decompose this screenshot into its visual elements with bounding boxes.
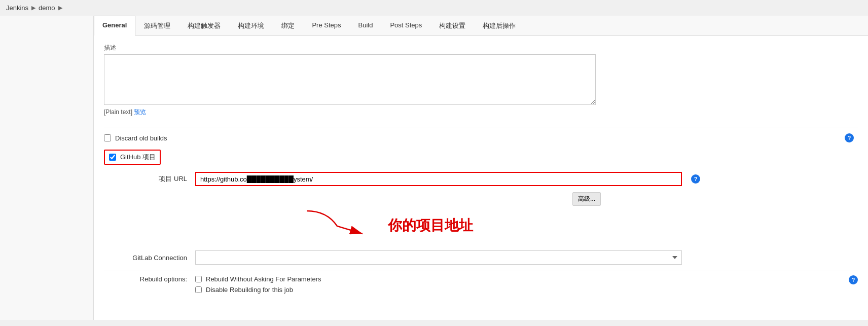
tab-pre-steps[interactable]: Pre Steps — [303, 16, 349, 35]
plain-text-preview: [Plain text] 预览 — [104, 108, 858, 117]
project-url-label: 项目 URL — [104, 174, 195, 184]
tab-post-build[interactable]: 构建后操作 — [474, 16, 524, 35]
tab-binding[interactable]: 绑定 — [273, 16, 303, 35]
arrow-annotation-wrapper: 你的项目地址 — [104, 211, 858, 246]
preview-link[interactable]: 预览 — [134, 108, 146, 116]
breadcrumb-sep-1: ▶ — [31, 5, 35, 11]
rebuild-options-col: Rebuild Without Asking For Parameters Di… — [195, 275, 845, 297]
discard-builds-help-icon[interactable]: ? — [845, 133, 854, 142]
rebuild-options-row: Rebuild options: Rebuild Without Asking … — [104, 275, 858, 297]
rebuild-options-label: Rebuild options: — [104, 275, 195, 283]
textarea-label: 描述 — [104, 44, 858, 52]
breadcrumb-sep-2: ▶ — [58, 5, 62, 11]
tab-post-steps[interactable]: Post Steps — [381, 16, 430, 35]
discard-builds-checkbox[interactable] — [104, 134, 111, 141]
tab-build-env[interactable]: 构建环境 — [229, 16, 273, 35]
project-url-row: 项目 URL ? — [104, 172, 858, 186]
page-container: General 源码管理 构建触发器 构建环境 绑定 Pre Steps Bui… — [0, 16, 868, 320]
tab-build-trigger[interactable]: 构建触发器 — [179, 16, 229, 35]
github-project-label: GitHub 项目 — [120, 153, 156, 162]
advanced-annotation-container: 高级... 你的项目地址 — [104, 192, 858, 246]
tab-build-settings[interactable]: 构建设置 — [430, 16, 474, 35]
project-url-help-icon[interactable]: ? — [691, 174, 700, 184]
rebuild-option2-checkbox[interactable] — [195, 286, 202, 293]
rebuild-option1-checkbox[interactable] — [195, 276, 202, 282]
divider-2 — [104, 271, 858, 271]
tab-build[interactable]: Build — [350, 16, 382, 35]
rebuild-option1-label: Rebuild Without Asking For Parameters — [206, 275, 321, 283]
discard-builds-row: Discard old builds ? — [104, 131, 858, 144]
gitlab-connection-label: GitLab Connection — [104, 254, 195, 262]
rebuild-option2-label: Disable Rebuilding for this job — [206, 286, 293, 294]
rebuild-help-icon[interactable]: ? — [849, 275, 858, 284]
rebuild-option-1-row: Rebuild Without Asking For Parameters — [195, 275, 845, 283]
tab-general[interactable]: General — [94, 16, 135, 35]
github-project-box: GitHub 项目 — [104, 150, 161, 165]
advanced-button[interactable]: 高级... — [572, 192, 601, 206]
tab-source-mgmt[interactable]: 源码管理 — [135, 16, 179, 35]
project-url-input[interactable] — [195, 172, 682, 186]
advanced-row: 高级... — [104, 192, 601, 206]
rebuild-option-2-row: Disable Rebuilding for this job — [195, 286, 845, 294]
tab-bar: General 源码管理 构建触发器 构建环境 绑定 Pre Steps Bui… — [94, 16, 868, 35]
annotation-text: 你的项目地址 — [388, 216, 473, 235]
gitlab-connection-select[interactable] — [195, 250, 682, 265]
description-textarea[interactable] — [104, 54, 596, 105]
gitlab-connection-row: GitLab Connection — [104, 250, 858, 265]
sidebar — [0, 16, 94, 320]
project-url-field — [195, 172, 687, 186]
breadcrumb-jenkins[interactable]: Jenkins — [6, 4, 28, 12]
plain-text-prefix: [Plain text] — [104, 108, 132, 116]
breadcrumb: Jenkins ▶ demo ▶ — [0, 0, 868, 16]
breadcrumb-demo[interactable]: demo — [39, 4, 55, 12]
github-project-checkbox[interactable] — [109, 154, 116, 161]
divider-1 — [104, 127, 858, 127]
content-area: 描述 [Plain text] 预览 Discard old builds ? … — [94, 35, 868, 311]
gitlab-connection-field — [195, 250, 687, 265]
main-content: General 源码管理 构建触发器 构建环境 绑定 Pre Steps Bui… — [94, 16, 868, 320]
discard-builds-label: Discard old builds — [115, 134, 167, 142]
